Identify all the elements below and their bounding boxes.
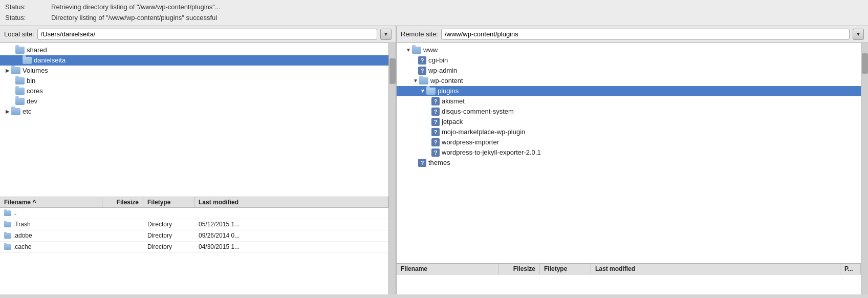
file-row-trash[interactable]: .Trash Directory 05/12/2015 1...: [0, 219, 388, 230]
folder-icon-dev: [15, 98, 25, 105]
remote-site-input[interactable]: [441, 29, 850, 40]
remote-col-filename[interactable]: Filename: [397, 264, 499, 274]
col-lastmod[interactable]: Last modified: [194, 197, 388, 207]
question-icon-jetpack: ?: [431, 118, 440, 126]
file-cell-name-trash: .Trash: [0, 220, 102, 229]
file-cell-size-dotdot: [102, 212, 143, 214]
tree-item-cores[interactable]: cores: [0, 86, 388, 96]
status-value-2: Directory listing of "/www/wp-content/pl…: [51, 13, 217, 24]
file-cell-name-cache: .cache: [0, 242, 102, 251]
tree-item-themes[interactable]: ? themes: [397, 158, 861, 168]
tree-item-wp-importer[interactable]: ? wordpress-importer: [397, 137, 861, 147]
remote-col-perms[interactable]: P...: [840, 264, 861, 274]
right-panel: Remote site: ▼ www ? cgi-bin: [397, 26, 868, 294]
question-icon-cgi-bin: ?: [418, 56, 426, 65]
small-folder-icon-trash: [4, 222, 11, 227]
remote-site-label: Remote site:: [401, 30, 438, 38]
remote-tree-pane[interactable]: www ? cgi-bin ? wp-admin: [397, 43, 861, 264]
col-filename[interactable]: Filename ^: [0, 197, 102, 207]
local-site-label: Local site:: [4, 30, 34, 38]
tree-item-danielseita[interactable]: danielseita: [0, 55, 388, 66]
file-cell-mod-cache: 04/30/2015 1...: [194, 242, 388, 251]
status-value-1: Retrieving directory listing of "/www/wp…: [51, 2, 221, 13]
question-icon-mojo: ?: [431, 128, 440, 136]
tree-item-etc[interactable]: etc: [0, 107, 388, 117]
right-main: www ? cgi-bin ? wp-admin: [397, 43, 868, 294]
right-panel-content: www ? cgi-bin ? wp-admin: [397, 43, 861, 294]
file-cell-mod-dotdot: [194, 212, 388, 214]
status-label-2: Status:: [5, 13, 51, 24]
main-panels: Local site: ▼ shared danielseita: [0, 26, 868, 294]
tree-item-shared[interactable]: shared: [0, 45, 388, 55]
local-site-dropdown[interactable]: ▼: [380, 29, 392, 40]
tree-item-bin[interactable]: bin: [0, 76, 388, 86]
file-row-adobe[interactable]: .adobe Directory 09/26/2014 0...: [0, 230, 388, 242]
file-cell-name-adobe: .adobe: [0, 231, 102, 240]
file-cell-size-cache: [102, 246, 143, 248]
tree-item-wp-admin[interactable]: ? wp-admin: [397, 66, 861, 76]
folder-icon-wp-content: [419, 77, 428, 84]
file-cell-type-adobe: Directory: [143, 231, 194, 240]
arrow-plugins[interactable]: [419, 88, 426, 94]
remote-file-list-header: Filename Filesize Filetype Last modified…: [397, 264, 861, 274]
arrow-www[interactable]: [405, 47, 412, 53]
file-cell-type-trash: Directory: [143, 220, 194, 229]
folder-icon-volumes: [11, 67, 20, 74]
tree-item-plugins[interactable]: plugins: [397, 86, 861, 96]
right-scrollbar[interactable]: [861, 43, 868, 294]
tree-item-wp-jekyll[interactable]: ? wordpress-to-jekyll-exporter-2.0.1: [397, 147, 861, 158]
file-row-dotdot[interactable]: ..: [0, 208, 388, 219]
folder-icon-danielseita: [23, 57, 32, 64]
folder-icon-shared: [15, 47, 25, 54]
left-panel-content: shared danielseita Volumes: [0, 43, 388, 294]
file-list-header: Filename ^ Filesize Filetype Last modifi…: [0, 197, 388, 208]
tree-item-dev[interactable]: dev: [0, 96, 388, 107]
folder-icon-cores: [15, 88, 25, 95]
file-row-cache[interactable]: .cache Directory 04/30/2015 1...: [0, 242, 388, 253]
left-main: shared danielseita Volumes: [0, 43, 396, 294]
file-cell-size-adobe: [102, 235, 143, 237]
status-row-1: Status: Retrieving directory listing of …: [5, 2, 863, 13]
folder-icon-plugins: [426, 88, 436, 95]
status-label-1: Status:: [5, 2, 51, 13]
remote-col-filetype[interactable]: Filetype: [540, 264, 591, 274]
arrow-etc[interactable]: [4, 109, 11, 114]
local-tree-pane[interactable]: shared danielseita Volumes: [0, 43, 388, 197]
tree-item-jetpack[interactable]: ? jetpack: [397, 117, 861, 127]
tree-item-www[interactable]: www: [397, 45, 861, 55]
small-folder-icon-dotdot: [4, 210, 11, 216]
file-cell-name-dotdot: ..: [0, 208, 102, 218]
tree-item-akismet[interactable]: ? akismet: [397, 96, 861, 107]
local-site-bar: Local site: ▼: [0, 26, 396, 43]
remote-col-lastmod[interactable]: Last modified: [591, 264, 840, 274]
question-icon-akismet: ?: [431, 97, 440, 105]
question-icon-disqus: ?: [431, 108, 440, 116]
tree-item-wp-content[interactable]: wp-content: [397, 76, 861, 86]
remote-site-bar: Remote site: ▼: [397, 26, 868, 43]
col-filetype[interactable]: Filetype: [143, 197, 194, 207]
left-panel: Local site: ▼ shared danielseita: [0, 26, 397, 294]
left-scrollbar[interactable]: [388, 43, 396, 294]
local-site-input[interactable]: [37, 29, 377, 40]
status-row-2: Status: Directory listing of "/www/wp-co…: [5, 13, 863, 24]
remote-col-filesize[interactable]: Filesize: [499, 264, 540, 274]
remote-file-list-pane: Filename Filesize Filetype Last modified…: [397, 264, 861, 294]
file-cell-type-cache: Directory: [143, 242, 194, 251]
folder-icon-www: [412, 47, 421, 54]
remote-site-dropdown[interactable]: ▼: [853, 29, 864, 40]
file-cell-mod-trash: 05/12/2015 1...: [194, 220, 388, 229]
local-file-list-pane: Filename ^ Filesize Filetype Last modifi…: [0, 197, 388, 294]
question-icon-wp-importer: ?: [431, 138, 440, 146]
tree-item-mojo[interactable]: ? mojo-marketplace-wp-plugin: [397, 127, 861, 137]
tree-item-disqus[interactable]: ? disqus-comment-system: [397, 107, 861, 117]
arrow-wp-content[interactable]: [412, 78, 419, 83]
folder-icon-bin: [15, 77, 25, 84]
col-filesize[interactable]: Filesize: [102, 197, 143, 207]
arrow-volumes[interactable]: [4, 68, 11, 73]
question-icon-themes: ?: [418, 159, 426, 167]
question-icon-wp-admin: ?: [418, 67, 426, 75]
tree-item-cgi-bin[interactable]: ? cgi-bin: [397, 55, 861, 66]
tree-item-volumes[interactable]: Volumes: [0, 66, 388, 76]
status-bar: Status: Retrieving directory listing of …: [0, 0, 868, 26]
small-folder-icon-adobe: [4, 233, 11, 239]
